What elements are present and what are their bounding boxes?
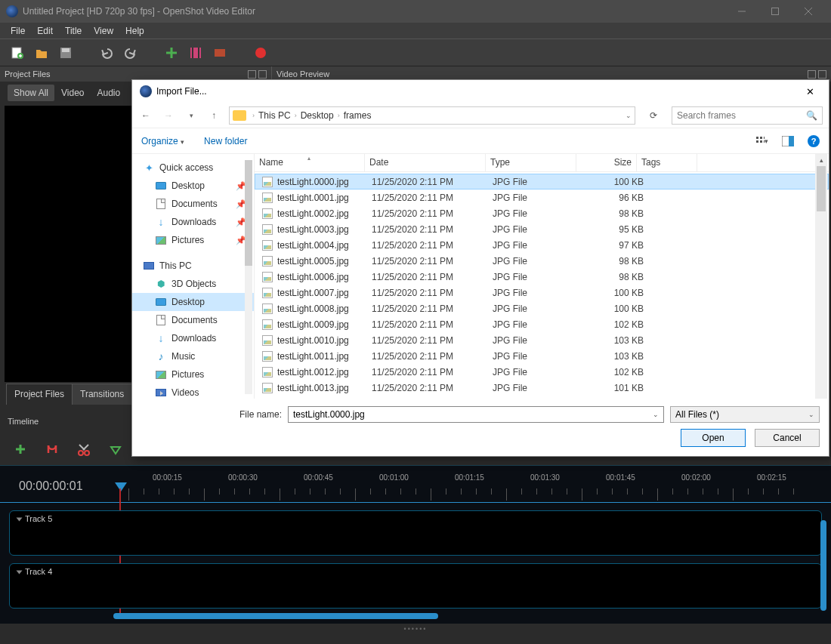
- help-icon[interactable]: ?: [808, 135, 820, 147]
- list-scrollbar[interactable]: ▴: [815, 154, 827, 399]
- tree-item-music[interactable]: ♪Music: [132, 347, 254, 365]
- open-project-icon[interactable]: [35, 46, 48, 60]
- tree-item-this-pc[interactable]: This PC: [132, 257, 254, 275]
- timeline-scrollbar-vertical[interactable]: [820, 520, 826, 611]
- filter-tab-audio[interactable]: Audio: [91, 85, 127, 101]
- column-size[interactable]: Size: [576, 154, 637, 171]
- tree-item-desktop[interactable]: Desktop: [132, 293, 254, 311]
- marker-icon[interactable]: [109, 442, 122, 456]
- breadcrumb-segment[interactable]: Desktop: [301, 110, 334, 121]
- tab-project-files[interactable]: Project Files: [6, 384, 73, 405]
- profiles-icon[interactable]: [189, 46, 202, 60]
- tree-item-documents[interactable]: Documents📌: [132, 195, 254, 213]
- file-row[interactable]: testLight.0002.jpg11/25/2020 2:11 PMJPG …: [255, 205, 829, 221]
- tree-scrollbar[interactable]: [245, 160, 252, 394]
- snapping-icon[interactable]: [45, 442, 59, 456]
- tree-item-videos[interactable]: Videos: [132, 384, 254, 399]
- preview-pane-icon[interactable]: [782, 135, 794, 147]
- export-video-icon[interactable]: [254, 46, 267, 60]
- tree-item-downloads[interactable]: ↓Downloads: [132, 329, 254, 347]
- file-type-filter[interactable]: All Files (*) ⌄: [670, 406, 820, 423]
- nav-up-button[interactable]: ↑: [206, 108, 221, 123]
- add-track-icon[interactable]: [14, 442, 27, 456]
- refresh-button[interactable]: ⟳: [644, 110, 663, 121]
- file-name-dropdown-icon[interactable]: ⌄: [653, 411, 659, 418]
- tree-item-3d-objects[interactable]: ⬢3D Objects: [132, 275, 254, 293]
- column-type[interactable]: Type: [486, 154, 576, 171]
- nav-forward-button[interactable]: →: [161, 108, 176, 123]
- file-row[interactable]: testLight.0010.jpg11/25/2020 2:11 PMJPG …: [255, 332, 829, 348]
- file-row[interactable]: testLight.0009.jpg11/25/2020 2:11 PMJPG …: [255, 316, 829, 332]
- timeline[interactable]: 00:00:00:01 00:00:1500:00:3000:00:4500:0…: [0, 465, 831, 624]
- panel-close-icon[interactable]: [818, 70, 826, 79]
- search-icon: 🔍: [806, 110, 817, 121]
- file-row[interactable]: testLight.0013.jpg11/25/2020 2:11 PMJPG …: [255, 380, 829, 396]
- playhead-icon[interactable]: [115, 482, 127, 491]
- breadcrumb-segment[interactable]: This PC: [258, 110, 291, 121]
- tree-item-downloads[interactable]: ↓Downloads📌: [132, 213, 254, 231]
- organize-dropdown[interactable]: Organize ▾: [141, 136, 184, 146]
- track-row[interactable]: Track 5: [9, 510, 822, 556]
- panel-close-icon[interactable]: [258, 70, 267, 79]
- timeline-ruler[interactable]: 00:00:00:01 00:00:1500:00:3000:00:4500:0…: [0, 466, 831, 502]
- window-minimize-button[interactable]: [725, 0, 758, 23]
- file-row[interactable]: testLight.0004.jpg11/25/2020 2:11 PMJPG …: [255, 237, 829, 253]
- open-button[interactable]: Open: [681, 429, 746, 447]
- file-row[interactable]: testLight.0007.jpg11/25/2020 2:11 PMJPG …: [255, 285, 829, 300]
- column-date[interactable]: Date: [365, 154, 486, 171]
- tree-item-pictures[interactable]: Pictures: [132, 365, 254, 384]
- razor-icon[interactable]: [77, 442, 91, 456]
- tab-transitions[interactable]: Transitions: [72, 384, 132, 405]
- file-row[interactable]: testLight.0006.jpg11/25/2020 2:11 PMJPG …: [255, 269, 829, 285]
- window-maximize-button[interactable]: [758, 0, 792, 23]
- view-options-icon[interactable]: ▾: [756, 135, 768, 147]
- file-name-input[interactable]: testLight.0000.jpg ⌄: [288, 406, 664, 423]
- redo-icon[interactable]: [124, 46, 137, 60]
- new-folder-button[interactable]: New folder: [204, 136, 247, 146]
- track-row[interactable]: Track 4: [9, 563, 822, 609]
- column-tags[interactable]: Tags: [637, 154, 697, 171]
- fullscreen-icon[interactable]: [213, 46, 227, 60]
- nav-recent-dropdown[interactable]: ▾: [184, 108, 199, 123]
- save-project-icon[interactable]: [59, 46, 73, 60]
- panel-detach-icon[interactable]: [248, 70, 256, 79]
- dialog-close-button[interactable]: ✕: [799, 86, 821, 97]
- tree-item-quick-access[interactable]: ✦Quick access: [132, 159, 254, 177]
- menu-title[interactable]: Title: [59, 24, 88, 38]
- menu-file[interactable]: File: [5, 24, 31, 38]
- file-row[interactable]: testLight.0000.jpg11/25/2020 2:11 PMJPG …: [255, 174, 829, 190]
- tree-item-desktop[interactable]: Desktop📌: [132, 177, 254, 195]
- menu-help[interactable]: Help: [119, 24, 150, 38]
- panel-detach-icon[interactable]: [808, 70, 816, 79]
- filter-tab-video[interactable]: Video: [55, 85, 90, 101]
- scroll-up-icon[interactable]: ▴: [815, 154, 827, 166]
- import-files-icon[interactable]: [165, 46, 178, 60]
- nav-back-button[interactable]: ←: [138, 108, 153, 123]
- tree-item-pictures[interactable]: Pictures📌: [132, 231, 254, 249]
- window-close-button[interactable]: [792, 0, 825, 23]
- menu-edit[interactable]: Edit: [31, 24, 59, 38]
- svg-point-23: [79, 451, 83, 455]
- file-row[interactable]: testLight.0001.jpg11/25/2020 2:11 PMJPG …: [255, 190, 829, 205]
- file-row[interactable]: testLight.0011.jpg11/25/2020 2:11 PMJPG …: [255, 348, 829, 364]
- column-name[interactable]: Name▴: [255, 154, 365, 171]
- file-row[interactable]: testLight.0012.jpg11/25/2020 2:11 PMJPG …: [255, 364, 829, 380]
- file-row[interactable]: testLight.0005.jpg11/25/2020 2:11 PMJPG …: [255, 253, 829, 269]
- tree-item-documents[interactable]: Documents: [132, 311, 254, 329]
- ruler-tick: [567, 488, 567, 495]
- breadcrumb-dropdown-icon[interactable]: ⌄: [626, 112, 632, 119]
- filter-tab-show-all[interactable]: Show All: [8, 85, 54, 101]
- search-input[interactable]: Search frames 🔍: [672, 106, 823, 125]
- cancel-button[interactable]: Cancel: [755, 429, 820, 447]
- menu-view[interactable]: View: [88, 24, 119, 38]
- resize-grip-icon[interactable]: ••••••: [404, 625, 428, 633]
- folder-tree[interactable]: ✦Quick accessDesktop📌Documents📌↓Download…: [132, 154, 255, 399]
- file-row[interactable]: testLight.0008.jpg11/25/2020 2:11 PMJPG …: [255, 300, 829, 316]
- breadcrumb-segment[interactable]: frames: [344, 110, 372, 121]
- new-project-icon[interactable]: [11, 46, 24, 60]
- undo-icon[interactable]: [100, 46, 113, 60]
- file-row[interactable]: testLight.0003.jpg11/25/2020 2:11 PMJPG …: [255, 221, 829, 237]
- breadcrumb-bar[interactable]: › This PC › Desktop › frames ⌄: [229, 106, 635, 125]
- scroll-thumb[interactable]: [817, 166, 826, 211]
- timeline-scrollbar-horizontal[interactable]: [113, 613, 438, 619]
